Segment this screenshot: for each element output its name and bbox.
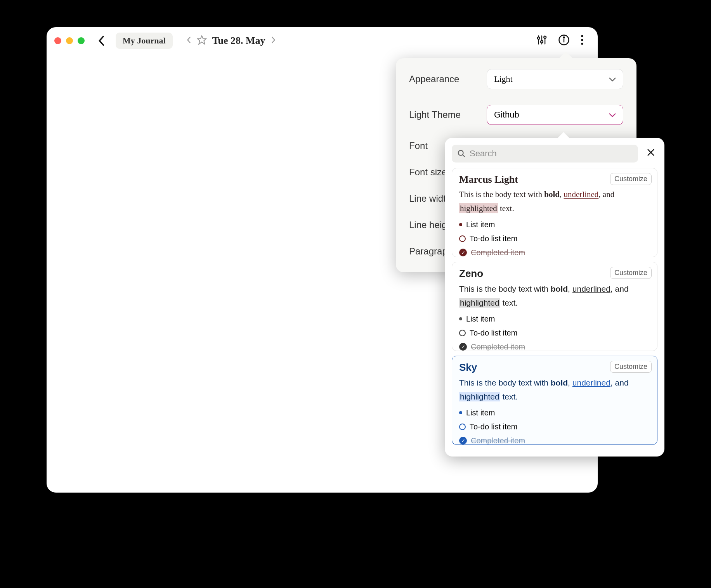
sliders-icon	[536, 35, 547, 45]
light-theme-select[interactable]: Github	[487, 105, 623, 125]
svg-point-9	[564, 37, 565, 38]
customize-button[interactable]: Customize	[610, 173, 652, 185]
next-day-button[interactable]	[271, 36, 276, 45]
titlebar: My Journal Tue 28. May	[47, 27, 598, 54]
list-item: To-do list item	[459, 326, 650, 340]
list-item: ✓Completed item	[459, 340, 650, 351]
minimize-window-button[interactable]	[66, 37, 73, 44]
chevron-left-icon	[98, 35, 105, 46]
chevron-down-icon	[609, 110, 616, 120]
theme-preview-body: This is the body text with bold, underli…	[459, 282, 650, 310]
theme-card[interactable]: Marcus LightCustomizeThis is the body te…	[452, 168, 657, 257]
prev-day-button[interactable]	[187, 36, 191, 45]
list-item: ✓Completed item	[459, 434, 650, 445]
svg-marker-0	[198, 36, 206, 44]
check-circle-icon: ✓	[459, 249, 467, 256]
date-nav: Tue 28. May	[187, 35, 276, 47]
close-icon	[647, 148, 655, 157]
appearance-label: Appearance	[409, 74, 487, 85]
close-window-button[interactable]	[54, 37, 61, 44]
svg-point-11	[581, 39, 583, 41]
list-item: List item	[459, 312, 650, 326]
maximize-window-button[interactable]	[78, 37, 85, 44]
check-circle-icon: ✓	[459, 343, 467, 351]
theme-preview-list: List itemTo-do list item✓Completed item	[459, 406, 650, 445]
chevron-right-icon	[271, 36, 276, 43]
customize-button[interactable]: Customize	[610, 361, 652, 373]
light-theme-value: Github	[494, 110, 519, 120]
svg-point-10	[581, 35, 583, 37]
favorite-toggle[interactable]	[197, 35, 207, 47]
info-icon	[558, 34, 570, 46]
star-icon	[197, 35, 207, 45]
theme-search-wrap[interactable]	[452, 145, 638, 163]
svg-point-5	[541, 41, 543, 43]
appearance-select[interactable]: Light	[487, 69, 623, 89]
bullet-icon	[459, 411, 462, 414]
customize-button[interactable]: Customize	[610, 267, 652, 279]
dots-vertical-icon	[581, 35, 584, 45]
svg-line-14	[463, 155, 465, 157]
list-item: ✓Completed item	[459, 246, 650, 257]
app-window: My Journal Tue 28. May	[47, 27, 598, 493]
light-theme-label: Light Theme	[409, 109, 487, 120]
todo-circle-icon	[459, 235, 466, 242]
list-item: List item	[459, 406, 650, 420]
theme-preview-body: This is the body text with bold, underli…	[459, 188, 650, 215]
chevron-down-icon	[609, 74, 616, 84]
theme-card[interactable]: SkyCustomizeThis is the body text with b…	[452, 356, 657, 445]
svg-point-4	[538, 37, 540, 39]
list-item: To-do list item	[459, 420, 650, 434]
theme-card[interactable]: ZenoCustomizeThis is the body text with …	[452, 262, 657, 351]
date-title: Tue 28. May	[212, 35, 265, 47]
info-button[interactable]	[558, 34, 570, 47]
bullet-icon	[459, 317, 462, 320]
close-picker-button[interactable]	[644, 146, 657, 161]
settings-toggle-button[interactable]	[536, 35, 547, 47]
appearance-value: Light	[494, 74, 513, 84]
chevron-left-icon	[187, 36, 191, 43]
theme-preview-list: List itemTo-do list item✓Completed item	[459, 312, 650, 351]
check-circle-icon: ✓	[459, 437, 467, 444]
svg-point-12	[581, 43, 583, 45]
theme-search-input[interactable]	[470, 149, 633, 159]
back-button[interactable]	[95, 35, 108, 47]
list-item: List item	[459, 218, 650, 232]
journal-name-pill[interactable]: My Journal	[116, 33, 173, 49]
list-item: To-do list item	[459, 232, 650, 246]
titlebar-right	[536, 34, 590, 47]
theme-picker-popover: Marcus LightCustomizeThis is the body te…	[445, 138, 664, 457]
search-icon	[457, 149, 466, 158]
more-menu-button[interactable]	[581, 35, 584, 47]
todo-circle-icon	[459, 424, 466, 430]
todo-circle-icon	[459, 330, 466, 336]
svg-point-6	[544, 36, 546, 38]
theme-preview-list: List itemTo-do list item✓Completed item	[459, 218, 650, 257]
window-controls	[54, 37, 85, 44]
bullet-icon	[459, 223, 462, 226]
theme-preview-body: This is the body text with bold, underli…	[459, 376, 650, 403]
svg-point-13	[458, 150, 463, 156]
